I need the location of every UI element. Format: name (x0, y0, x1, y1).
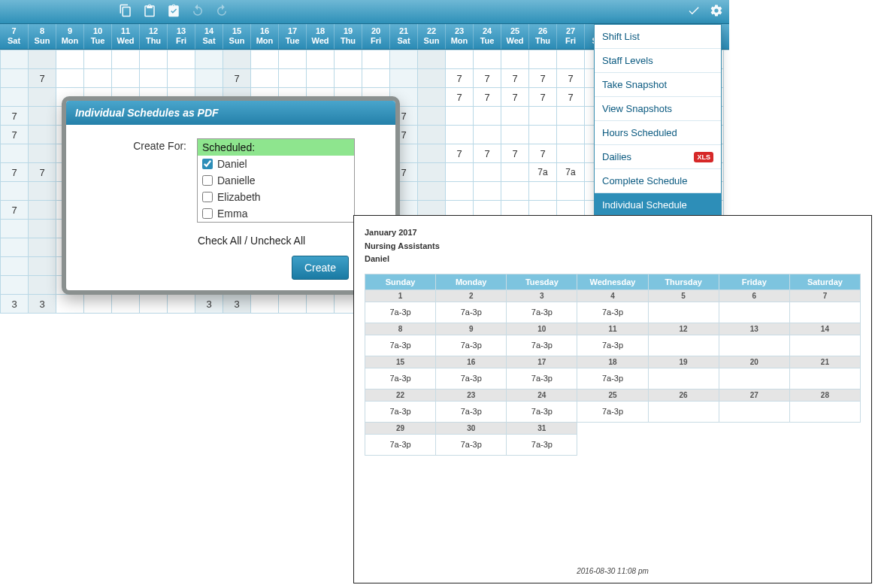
grid-cell[interactable] (307, 69, 335, 88)
person-checkbox[interactable] (202, 159, 213, 169)
grid-cell[interactable] (140, 50, 168, 69)
grid-cell[interactable] (418, 88, 446, 107)
date-col[interactable]: 15Sun (223, 24, 250, 49)
person-checkbox[interactable] (202, 192, 213, 202)
grid-cell[interactable] (29, 144, 56, 163)
grid-cell[interactable] (112, 69, 140, 88)
grid-cell[interactable] (29, 88, 56, 107)
grid-cell[interactable] (557, 50, 585, 69)
paste-icon[interactable] (143, 4, 156, 20)
grid-cell[interactable] (474, 126, 501, 144)
grid-cell[interactable]: 7 (446, 69, 474, 88)
date-col[interactable]: 11Wed (111, 24, 139, 49)
grid-cell[interactable] (29, 201, 56, 220)
grid-cell[interactable] (1, 257, 29, 276)
date-col[interactable]: 23Mon (445, 24, 473, 49)
date-col[interactable]: 17Tue (278, 24, 306, 49)
date-col[interactable]: 9Mon (56, 24, 83, 49)
person-option[interactable]: Emma (198, 205, 354, 222)
grid-cell[interactable] (418, 107, 446, 126)
grid-cell[interactable] (307, 50, 335, 69)
create-button[interactable]: Create (292, 256, 349, 280)
grid-cell[interactable] (335, 69, 362, 88)
dropdown-item[interactable]: Complete SchedulePDF (595, 169, 721, 193)
grid-cell[interactable] (29, 220, 56, 238)
date-col[interactable]: 26Thu (528, 24, 556, 49)
dropdown-item[interactable]: View Snapshots (595, 97, 721, 121)
date-col[interactable]: 8Sun (28, 24, 56, 49)
grid-cell[interactable] (279, 295, 307, 314)
grid-cell[interactable] (418, 182, 446, 201)
date-col[interactable]: 27Fri (556, 24, 584, 49)
date-col[interactable]: 20Fri (362, 24, 389, 49)
dropdown-item[interactable]: Individual SchedulePDF (595, 193, 721, 217)
grid-cell[interactable] (474, 182, 501, 201)
grid-cell[interactable] (362, 50, 390, 69)
date-col[interactable]: 10Tue (83, 24, 111, 49)
grid-cell[interactable]: 7 (1, 201, 29, 220)
grid-cell[interactable] (390, 69, 418, 88)
person-option[interactable]: Daniel (198, 156, 354, 172)
grid-cell[interactable] (168, 69, 195, 88)
grid-cell[interactable] (418, 163, 446, 182)
grid-cell[interactable] (1, 50, 29, 69)
person-option[interactable]: Danielle (198, 172, 354, 189)
grid-cell[interactable] (557, 107, 585, 126)
date-col[interactable]: 21Sat (389, 24, 417, 49)
dropdown-item[interactable]: Take Snapshot (595, 73, 721, 97)
grid-cell[interactable]: 7 (474, 88, 501, 107)
grid-cell[interactable] (446, 126, 474, 144)
grid-cell[interactable] (223, 50, 251, 69)
date-col[interactable]: 18Wed (306, 24, 334, 49)
grid-cell[interactable] (529, 107, 557, 126)
grid-cell[interactable] (112, 295, 140, 314)
grid-cell[interactable] (29, 257, 56, 276)
grid-cell[interactable] (168, 295, 195, 314)
date-col[interactable]: 24Tue (473, 24, 501, 49)
grid-cell[interactable] (501, 107, 529, 126)
grid-cell[interactable] (474, 163, 501, 182)
check-all-link[interactable]: Check All / Uncheck All (66, 235, 395, 247)
date-col[interactable]: 14Sat (195, 24, 223, 49)
grid-cell[interactable] (140, 69, 168, 88)
grid-cell[interactable] (112, 50, 140, 69)
date-col[interactable]: 16Mon (250, 24, 278, 49)
grid-cell[interactable] (501, 182, 529, 201)
grid-cell[interactable] (195, 50, 223, 69)
create-for-list[interactable]: Scheduled: Daniel Danielle Elizabeth Emm… (197, 138, 355, 223)
dropdown-item[interactable]: Hours Scheduled (595, 121, 721, 145)
grid-cell[interactable]: 7 (446, 88, 474, 107)
grid-cell[interactable] (1, 69, 29, 88)
grid-cell[interactable]: 7 (446, 144, 474, 163)
dropdown-item[interactable]: DailiesXLS (595, 145, 721, 169)
grid-cell[interactable] (446, 50, 474, 69)
grid-cell[interactable]: 7 (474, 69, 501, 88)
grid-cell[interactable]: 7a (529, 163, 557, 182)
grid-cell[interactable] (501, 50, 529, 69)
grid-cell[interactable] (446, 163, 474, 182)
check-icon[interactable] (687, 4, 701, 20)
grid-cell[interactable] (474, 107, 501, 126)
grid-cell[interactable] (29, 276, 56, 295)
grid-cell[interactable] (1, 220, 29, 238)
date-col[interactable]: 22Sun (417, 24, 445, 49)
grid-cell[interactable]: 7 (557, 69, 585, 88)
date-col[interactable]: 13Fri (167, 24, 195, 49)
grid-cell[interactable] (529, 182, 557, 201)
grid-cell[interactable]: 7a (557, 163, 585, 182)
grid-cell[interactable] (1, 276, 29, 295)
grid-cell[interactable]: 7 (1, 107, 29, 126)
grid-cell[interactable]: 3 (29, 295, 56, 314)
grid-cell[interactable] (529, 50, 557, 69)
grid-cell[interactable] (529, 126, 557, 144)
grid-cell[interactable] (557, 126, 585, 144)
grid-cell[interactable] (279, 50, 307, 69)
grid-cell[interactable] (418, 69, 446, 88)
grid-cell[interactable]: 7 (474, 144, 501, 163)
grid-cell[interactable] (501, 163, 529, 182)
grid-cell[interactable] (418, 50, 446, 69)
grid-cell[interactable] (1, 182, 29, 201)
clipboard-check-icon[interactable] (167, 4, 180, 20)
dropdown-item[interactable]: Shift List (595, 25, 721, 49)
grid-cell[interactable] (1, 238, 29, 257)
